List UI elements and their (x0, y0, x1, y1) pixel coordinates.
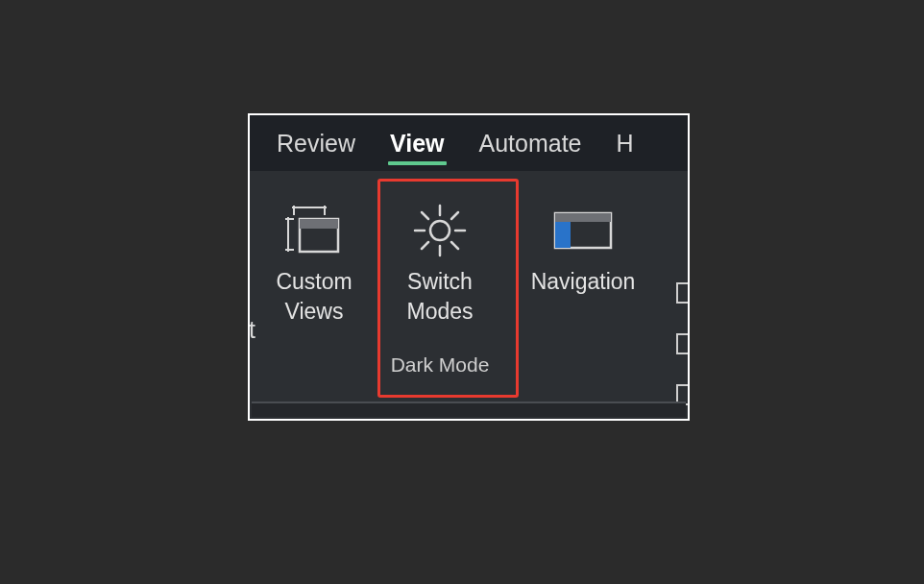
sun-icon (405, 200, 474, 261)
navigation-button[interactable]: Navigation (523, 192, 644, 303)
custom-views-group: Custom Views (255, 182, 373, 402)
navigation-group: Navigation (507, 182, 659, 402)
edge-fragment (676, 282, 688, 304)
switch-modes-button[interactable]: Switch Modes (398, 192, 482, 332)
tab-view[interactable]: View (373, 120, 462, 167)
custom-views-button[interactable]: Custom Views (268, 192, 359, 332)
svg-rect-7 (300, 219, 338, 229)
svg-line-16 (451, 212, 458, 219)
tab-help-partial[interactable]: H (599, 120, 651, 167)
switch-modes-label: Switch Modes (406, 267, 473, 327)
svg-line-14 (451, 242, 458, 249)
switch-modes-group: Switch Modes Dark Mode (373, 182, 507, 402)
custom-views-label: Custom Views (276, 267, 352, 327)
navigation-label: Navigation (531, 267, 636, 297)
custom-views-icon (280, 200, 349, 261)
dark-mode-caption: Dark Mode (391, 353, 490, 377)
svg-rect-18 (555, 213, 611, 222)
bottom-separator (252, 402, 686, 417)
navigation-pane-icon (548, 200, 618, 261)
ribbon-row: t Custom Views (250, 171, 688, 402)
tab-automate[interactable]: Automate (462, 120, 599, 167)
svg-line-15 (422, 242, 428, 249)
edge-fragment (676, 333, 688, 354)
tab-review[interactable]: Review (259, 120, 373, 167)
right-edge-fragments (676, 238, 688, 421)
svg-point-8 (430, 221, 450, 240)
svg-line-13 (422, 212, 428, 219)
ribbon-tabs-bar: Review View Automate H (250, 115, 688, 171)
svg-rect-19 (555, 222, 571, 248)
ribbon-capture-frame: Review View Automate H t (248, 113, 690, 421)
